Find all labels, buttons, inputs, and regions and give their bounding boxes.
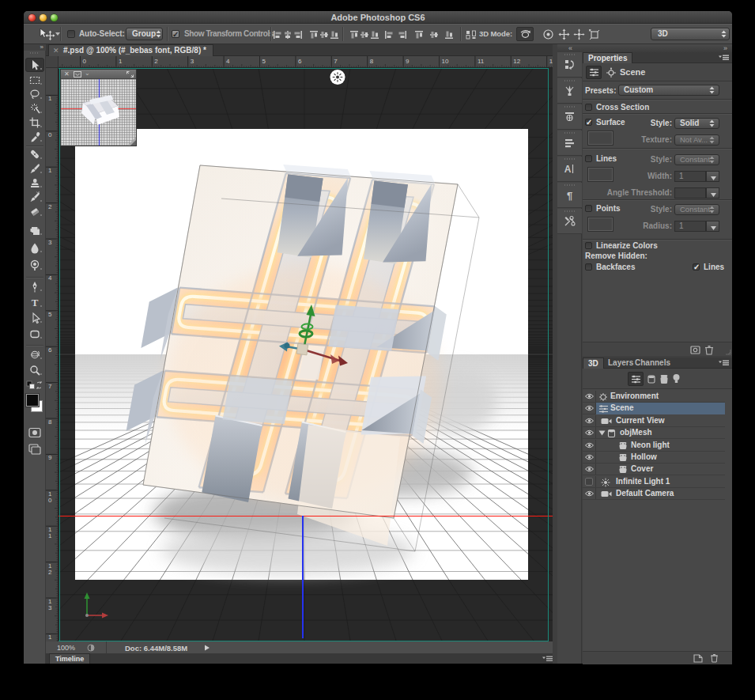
svg-text:A: A: [564, 164, 572, 175]
svg-text:0: 0: [83, 58, 87, 65]
svg-text:0: 0: [48, 131, 52, 138]
svg-text:9: 9: [406, 58, 410, 65]
svg-text:1: 1: [48, 167, 52, 174]
svg-text:2: 2: [154, 58, 158, 65]
svg-text:5: 5: [48, 311, 52, 318]
svg-text:6: 6: [298, 58, 302, 65]
svg-text:4: 4: [226, 58, 230, 65]
svg-text:8: 8: [370, 58, 374, 65]
svg-text:3: 3: [48, 604, 52, 611]
svg-text:T: T: [32, 297, 39, 308]
svg-text:11: 11: [478, 58, 485, 65]
svg-text:3: 3: [48, 239, 52, 246]
svg-text:6: 6: [48, 346, 52, 354]
svg-text:10: 10: [442, 58, 449, 65]
svg-text:3: 3: [191, 58, 194, 65]
svg-text:0: 0: [48, 497, 52, 504]
svg-text:2: 2: [48, 203, 52, 210]
svg-text:8: 8: [48, 418, 52, 426]
svg-text:7: 7: [334, 58, 338, 65]
svg-text:4: 4: [48, 274, 52, 282]
svg-text:1: 1: [48, 95, 52, 102]
svg-text:1: 1: [48, 532, 52, 539]
svg-text:1: 1: [119, 58, 123, 65]
svg-text:¶: ¶: [567, 190, 572, 202]
svg-text:9: 9: [48, 454, 52, 461]
svg-text:7: 7: [48, 383, 52, 390]
svg-text:12: 12: [513, 58, 520, 65]
svg-text:5: 5: [262, 58, 266, 65]
svg-text:2: 2: [48, 569, 52, 576]
